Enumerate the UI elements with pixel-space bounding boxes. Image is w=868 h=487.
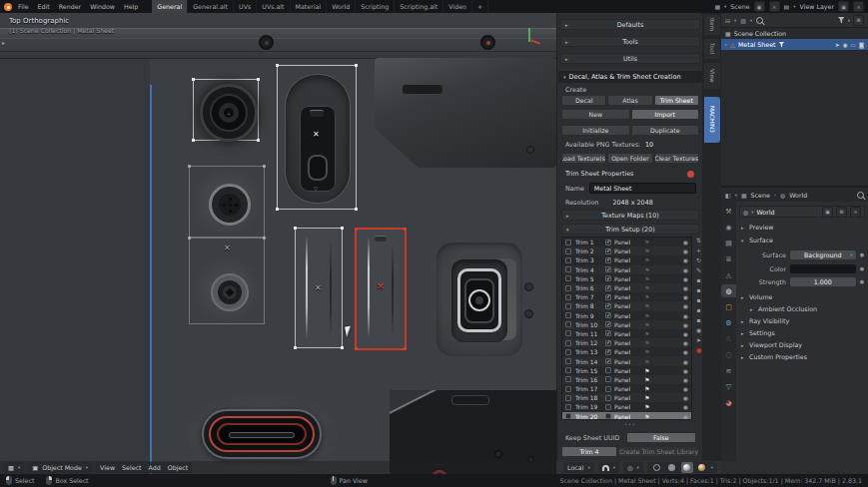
outliner-editor-icon[interactable]: ⊟ — [725, 17, 730, 24]
trim-select-checkbox[interactable] — [565, 340, 571, 346]
trim-select-checkbox[interactable] — [565, 367, 571, 373]
trim-name[interactable]: Trim 4 — [575, 266, 605, 273]
workspace-tab[interactable]: General — [152, 0, 188, 13]
expand-arrow-icon[interactable]: ▸ — [725, 42, 727, 47]
trim-select-checkbox[interactable] — [565, 285, 571, 291]
outliner-row-scene-collection[interactable]: ▦ Scene Collection — [721, 28, 868, 39]
animate-dot-icon[interactable]: ● — [860, 251, 864, 257]
texture-button[interactable]: Load Texture(s) — [561, 153, 606, 164]
eye-icon[interactable]: ◉ — [683, 284, 688, 291]
flag-icon[interactable]: ⚑ — [640, 348, 654, 355]
flag-icon[interactable]: ⚑ — [640, 284, 654, 291]
texture-maps-header[interactable]: Texture Maps (10) — [561, 210, 699, 221]
trim-row[interactable]: Trim 7 Panel ⚑ ◉ — [562, 292, 691, 301]
trim-panel-checkbox[interactable] — [605, 294, 611, 300]
flag-icon[interactable]: ⚑ — [640, 413, 654, 420]
keep-uuid-toggle[interactable]: False — [626, 432, 697, 443]
collapsed-panel-header[interactable]: Utils — [560, 53, 700, 64]
viewport-disable-icon[interactable]: ▭ — [850, 42, 855, 48]
eye-icon[interactable]: ◉ — [683, 348, 688, 355]
trim-panel-checkbox[interactable] — [605, 404, 611, 410]
trim-setup-header[interactable]: Trim Setup (20) — [561, 224, 699, 235]
trim-panel-checkbox[interactable] — [605, 358, 611, 364]
footer-button[interactable]: Trim 4 — [561, 446, 617, 457]
dot-icon-5[interactable]: ▪ — [696, 316, 700, 323]
trim-row[interactable]: Trim 14 Panel ⚑ ◉ — [562, 356, 691, 365]
properties-section[interactable]: Viewport Display — [740, 341, 864, 348]
trim-select-checkbox[interactable] — [565, 257, 571, 263]
animate-dot-icon[interactable]: ● — [860, 278, 864, 284]
viewport-menu-item[interactable]: View — [100, 464, 115, 471]
flag-icon[interactable]: ⚑ — [640, 256, 654, 263]
workspace-tab[interactable]: Scripting — [356, 0, 395, 13]
trim-select-checkbox[interactable] — [565, 294, 571, 300]
cursor-icon[interactable]: ➤ — [696, 336, 701, 343]
display-mode-icon[interactable]: ▥ — [740, 17, 746, 24]
init-button[interactable]: Initialize — [561, 125, 630, 136]
new-scene-button[interactable]: ▣ — [754, 1, 765, 12]
collapsed-panel-header[interactable]: Defaults — [560, 19, 700, 30]
trim-select-checkbox[interactable] — [565, 312, 571, 318]
trim-name[interactable]: Trim 11 — [575, 330, 605, 337]
name-input[interactable] — [589, 183, 696, 194]
editor-type-button[interactable]: ▦▾ — [4, 462, 24, 473]
trim-select-checkbox[interactable] — [565, 248, 571, 254]
trim-panel-checkbox[interactable] — [605, 395, 611, 401]
new-collection-button[interactable]: ⊞ — [853, 15, 864, 26]
viewport-menu-item[interactable]: Select — [122, 464, 141, 471]
flag-icon[interactable]: ⚑ — [640, 312, 654, 319]
selectable-icon[interactable]: ➤ — [835, 42, 840, 48]
remove-view-layer-button[interactable]: × — [853, 1, 864, 12]
eye-icon[interactable]: ◉ — [683, 367, 688, 374]
trim-name[interactable]: Trim 5 — [575, 275, 605, 282]
modifiers[interactable]: ⚙ — [721, 316, 736, 329]
snap-toggle[interactable]: ▾ — [598, 462, 619, 473]
texture-button[interactable]: Open Folder — [607, 153, 652, 164]
trim-select-checkbox[interactable] — [565, 404, 571, 410]
texture-button[interactable]: Clear Textures — [654, 153, 699, 164]
trim-name[interactable]: Trim 12 — [575, 339, 605, 346]
trim-row[interactable]: Trim 15 Panel ⚑ ◉ — [562, 366, 691, 375]
trim-select-checkbox[interactable] — [565, 349, 571, 355]
sidebar-tab[interactable]: MACHIN3 — [704, 97, 720, 143]
outliner-row-metal-sheet[interactable]: ▸ △ Metal Sheet ➤ ◉ ▭ ◙ — [721, 39, 868, 50]
workspace-tab[interactable]: World — [327, 0, 356, 13]
trim-name[interactable]: Trim 19 — [575, 403, 605, 410]
properties-section[interactable]: Ambient Occlusion — [740, 305, 864, 312]
object[interactable]: ▢ — [721, 300, 736, 313]
toolbar-toggle-icon[interactable]: ▸ — [2, 39, 5, 46]
eye-icon[interactable]: ◉ — [683, 394, 688, 401]
flag-icon[interactable]: ⚑ — [640, 403, 654, 410]
menu-item[interactable]: Edit — [38, 3, 50, 10]
trim-region-knob-3[interactable]: ✕ — [189, 237, 265, 324]
proportional-editing-toggle[interactable]: ◎▾ — [623, 462, 643, 473]
transfer-icon[interactable]: ⇅ — [696, 237, 701, 244]
dot-icon-4[interactable]: ▪ — [696, 306, 700, 313]
workspace-tab[interactable]: UVs — [234, 0, 257, 13]
trim-select-checkbox[interactable] — [565, 303, 571, 309]
trim-select-checkbox[interactable] — [565, 376, 571, 382]
flag-icon[interactable]: ⚑ — [640, 247, 654, 254]
tool[interactable]: ⚒ — [721, 205, 736, 218]
trim-select-checkbox[interactable] — [565, 413, 571, 419]
footer-button[interactable]: Create Trim Sheet Library — [618, 446, 699, 457]
eye-icon[interactable]: ◉ — [683, 293, 688, 300]
eye-icon[interactable]: ◉ — [683, 321, 688, 328]
trim-name[interactable]: Trim 20 — [575, 413, 605, 420]
trim-select-checkbox[interactable] — [565, 395, 571, 401]
menu-item[interactable]: Window — [90, 3, 115, 10]
trim-select-checkbox[interactable] — [565, 266, 571, 272]
flag-icon[interactable]: ⚑ — [640, 239, 654, 245]
eye-icon[interactable]: ◉ — [683, 358, 688, 365]
dot-icon-3[interactable]: ▪ — [696, 296, 700, 303]
shading-rendered-button[interactable] — [696, 462, 708, 473]
trim-row[interactable]: Trim 1 Panel ⚑ ◉ — [562, 238, 691, 246]
unlink-world-button[interactable]: × — [850, 207, 861, 218]
trim-select-checkbox[interactable] — [565, 358, 571, 364]
surface-dropdown[interactable]: Background▾ — [790, 250, 856, 259]
trim-name[interactable]: Trim 8 — [575, 302, 605, 309]
workspace-tab[interactable]: + — [472, 0, 488, 13]
menu-item[interactable]: Help — [124, 3, 138, 10]
physics[interactable]: ◌ — [721, 348, 736, 361]
trim-row[interactable]: Trim 6 Panel ⚑ ◉ — [562, 283, 691, 292]
